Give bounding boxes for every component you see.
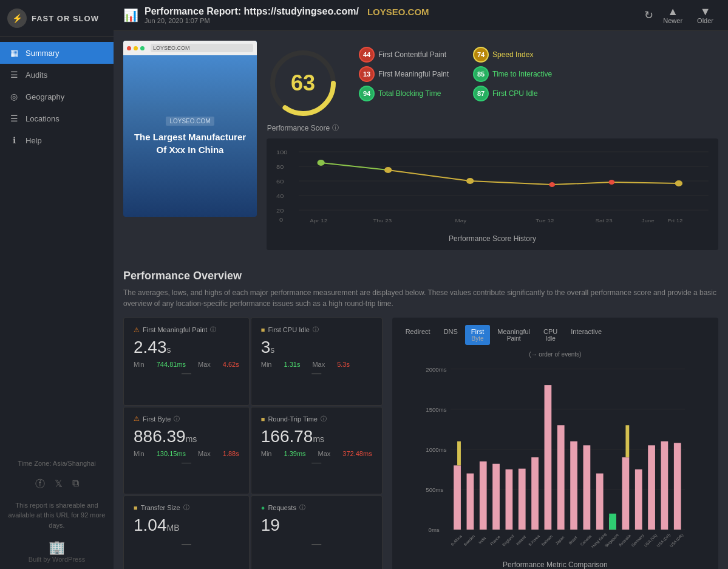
metrics-row-3: 94 Total Blocking Time 87 First CPU Idle [359,86,582,101]
svg-text:60: 60 [276,179,284,185]
screenshot-content: LOYSEO.COM The Largest Manufacturer Of X… [123,55,257,217]
tab-redirect[interactable]: Redirect [400,325,437,345]
svg-text:June: June [642,218,655,223]
score-info-icon[interactable]: ⓘ [332,123,339,132]
facebook-icon[interactable]: ⓕ [35,478,45,491]
fci-min-label: Min [261,361,272,368]
rtt-dash: — [261,457,372,468]
svg-text:May: May [455,218,467,223]
list-icon: ☰ [9,70,19,80]
svg-rect-42 [480,462,487,530]
shareable-text: This report is shareable and available a… [0,497,114,534]
rtt-min-val: 1.39ms [284,450,305,457]
svg-rect-52 [544,385,551,530]
svg-text:Sat 23: Sat 23 [595,218,612,223]
older-button[interactable]: ▼ Older [692,5,718,26]
fmp-min-val: 744.81ms [157,361,186,368]
svg-rect-74 [674,443,681,530]
card-ts-info[interactable]: ⓘ [183,503,189,512]
tbt-badge: 94 [359,86,375,101]
metric-fci: 87 First CPU Idle [473,86,582,101]
header-actions: ↻ ▲ Newer ▼ Older [644,5,718,26]
svg-rect-38 [457,441,461,466]
dot-yellow [134,46,138,50]
metric-fmp: 13 First Meaningful Paint [359,66,468,82]
refresh-button[interactable]: ↻ [644,9,653,22]
overview-desc: The averages, lows, and highs of each ma… [123,287,718,309]
svg-text:Thu 23: Thu 23 [373,218,392,223]
score-value: 63 [291,70,315,96]
svg-text:Ireland: Ireland [515,534,526,546]
location-icon: ☰ [9,114,19,123]
tab-order-note: (→ order of events) [400,351,711,358]
chart-title: Performance Score History [276,234,709,243]
card-ts-value: 1.04MB [134,516,239,535]
card-fb: ⚠ First Byte ⓘ 886.39ms Min 130.15ms Max… [123,407,250,495]
tab-cpu-idle[interactable]: CPUIdle [537,325,563,345]
chart-area: 100 80 60 40 20 0 [276,146,709,231]
svg-text:100: 100 [276,149,288,155]
tbt-label: Total Blocking Time [378,89,441,98]
tab-meaningful-paint[interactable]: MeaningfulPaint [491,325,536,345]
svg-text:0: 0 [279,217,284,223]
tab-first-byte[interactable]: FirstByte [465,325,490,345]
sidebar-item-help[interactable]: ℹ Help [0,129,114,151]
sidebar-nav: ▦ Summary ☰ Audits ◎ Geography ☰ Locatio… [0,37,114,455]
card-fci-info[interactable]: ⓘ [313,325,319,334]
si-badge: 74 [473,47,489,63]
metrics-grid: 44 First Contentful Paint 74 Speed Index… [359,47,582,101]
svg-rect-60 [596,474,604,530]
fmp-label: First Meaningful Paint [378,70,449,78]
card-rtt: ■ Round-Trip Time ⓘ 166.78ms Min 1.39ms … [251,407,383,495]
svg-text:S.Korea: S.Korea [527,534,540,547]
svg-text:France: France [489,534,500,546]
built-by-text: Built by WordPress [29,556,85,563]
performance-score: 63 Performance Score ⓘ [267,41,339,132]
dot-green [140,46,145,50]
sidebar-item-geography[interactable]: ◎ Geography [0,86,114,107]
tab-interactive[interactable]: Interactive [565,325,608,345]
sidebar: ⚡ FAST OR SLOW ▦ Summary ☰ Audits ◎ Geog… [0,0,114,569]
card-fci-title: ■ First CPU Idle ⓘ [261,325,372,334]
copy-icon[interactable]: ⧉ [72,478,79,491]
sidebar-item-locations[interactable]: ☰ Locations [0,107,114,129]
warn-icon: ⚠ [134,326,140,334]
svg-point-14 [318,160,325,166]
card-fb-info[interactable]: ⓘ [174,415,180,423]
logo-text: FAST OR SLOW [32,14,99,23]
card-req-info[interactable]: ⓘ [299,503,305,512]
newer-button[interactable]: ▲ Newer [658,5,687,26]
card-fb-value: 886.39ms [134,427,239,446]
grid-icon: ▦ [9,48,19,58]
metrics-row-1: 44 First Contentful Paint 74 Speed Index [359,47,582,63]
bar-chart-section: Redirect DNS FirstByte MeaningfulPaint C… [392,318,718,569]
green-dot-icon: ● [261,504,265,511]
page-header: 📊 Performance Report: https://studyingse… [114,0,728,31]
svg-rect-50 [531,457,539,530]
svg-text:Bahrain: Bahrain [540,534,553,547]
rtt-max-val: 372.48ms [342,450,372,457]
twitter-icon[interactable]: 𝕏 [55,478,63,491]
fb-max-label: Max [198,450,211,457]
card-req: ● Requests ⓘ 19 — [251,496,383,569]
svg-point-17 [549,182,555,187]
fci-label: First CPU Idle [492,89,538,98]
card-rtt-info[interactable]: ⓘ [321,415,327,423]
sidebar-item-summary[interactable]: ▦ Summary [0,42,114,64]
sidebar-bottom: 🏢 Built by WordPress [0,534,114,569]
browser-url: LOYSEO.COM [151,44,253,52]
card-fmp: ⚠ First Meaningful Paint ⓘ 2.43s Min 744… [123,318,250,406]
svg-text:Tue 12: Tue 12 [536,218,554,223]
sidebar-item-audits[interactable]: ☰ Audits [0,64,114,86]
tab-dns[interactable]: DNS [438,325,464,345]
card-fmp-info[interactable]: ⓘ [210,325,216,334]
svg-rect-68 [635,469,642,530]
card-fci-value: 3s [261,338,372,357]
fb-min-label: Min [134,450,145,457]
ts-dash: — [134,539,239,550]
svg-rect-56 [570,441,577,530]
yellow-square-icon: ■ [261,326,265,333]
rtt-max-label: Max [318,450,331,457]
fcp-badge: 44 [359,47,375,63]
svg-rect-37 [454,465,461,530]
